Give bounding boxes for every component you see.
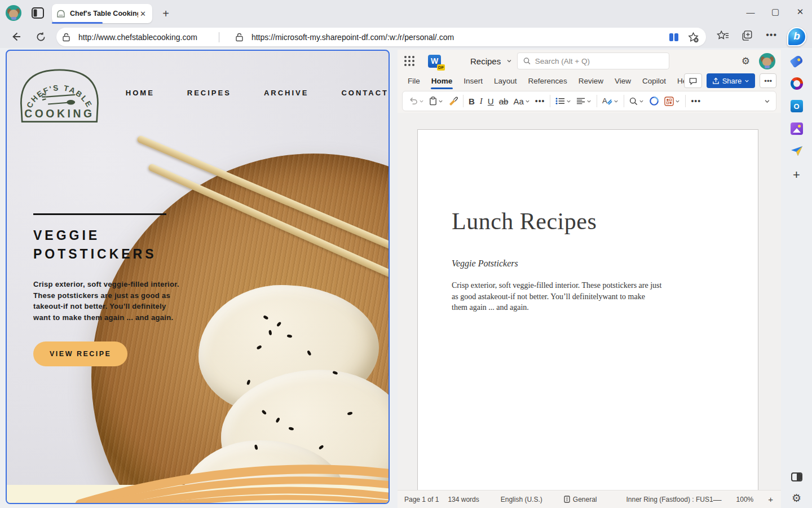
browser-content: CHEF'S TABLE COOKING HOME RECIPES ARCHIV… [0, 48, 812, 508]
website-pane[interactable]: CHEF'S TABLE COOKING HOME RECIPES ARCHIV… [6, 50, 390, 504]
hero-title: VEGGIE POTSTICKERS [33, 226, 180, 263]
browser-titlebar: Chef's Table Cooking ✕ + — ▢ ✕ [0, 0, 812, 25]
settings-more-icon[interactable]: ••• [766, 30, 777, 43]
url-secondary[interactable]: https://microsoft-my.sharepoint-df.com/:… [251, 33, 454, 42]
outlook-icon[interactable]: O [788, 98, 805, 115]
nav-recipes[interactable]: RECIPES [187, 89, 231, 97]
account-avatar[interactable] [759, 53, 775, 69]
ribbon-more-button[interactable]: ••• [760, 73, 776, 88]
favorites-bar-icon[interactable] [717, 30, 729, 43]
toolbar-divider [624, 95, 624, 107]
new-tab-button[interactable]: + [159, 7, 173, 20]
sensitivity-label[interactable]: General [564, 496, 597, 503]
logo-bottom-text: COOKING [24, 108, 94, 120]
refresh-icon[interactable] [34, 30, 47, 43]
browser-window: Chef's Table Cooking ✕ + — ▢ ✕ http://ww… [0, 0, 812, 508]
ribbon-tab-bar: File Home Insert Layout References Revie… [398, 72, 781, 89]
document-body-line: them again ... and again. [452, 302, 724, 313]
window-controls: — ▢ ✕ [742, 3, 809, 20]
zoom-level[interactable]: 100% [736, 496, 754, 503]
tab-view[interactable]: View [609, 75, 637, 87]
settings-gear-icon[interactable]: ⚙ [742, 55, 750, 67]
formatting-toolbar: B I U ab Aa ••• [402, 91, 776, 111]
toolbar-more-button[interactable]: ••• [691, 97, 701, 106]
hero-title-line2: POTSTICKERS [33, 245, 180, 264]
nav-home[interactable]: HOME [126, 89, 155, 97]
tab-layout[interactable]: Layout [488, 75, 523, 87]
paste-button[interactable] [429, 97, 443, 106]
styles-button[interactable]: A [602, 97, 619, 106]
language-status[interactable]: English (U.S.) [501, 496, 542, 503]
word-search-box[interactable] [517, 52, 669, 69]
df-badge: DF [437, 64, 445, 71]
split-screen-icon[interactable] [667, 30, 681, 45]
find-button[interactable] [629, 97, 644, 106]
undo-button[interactable] [408, 97, 424, 106]
zoom-out-button[interactable]: — [713, 494, 722, 504]
sensitivity-text: General [573, 496, 597, 503]
lock-icon [62, 33, 70, 42]
italic-button[interactable]: I [480, 97, 483, 106]
change-case-button[interactable]: Aa [513, 97, 529, 106]
sidebar-add-icon[interactable]: + [788, 167, 805, 183]
close-button[interactable]: ✕ [792, 3, 809, 20]
search-input[interactable] [535, 57, 663, 65]
nav-archive[interactable]: ARCHIVE [264, 89, 309, 97]
app-launcher-icon[interactable] [404, 56, 414, 66]
tab-file[interactable]: File [402, 75, 426, 87]
page-count: Page 1 of 1 [404, 496, 439, 503]
browser-navbar: http://www.chefstablecooking.com https:/… [0, 25, 812, 48]
copilot-button[interactable] [649, 96, 659, 106]
document-title[interactable]: Recipes [470, 56, 501, 66]
browser-profile-avatar[interactable] [6, 5, 21, 21]
shopping-icon[interactable] [788, 52, 805, 69]
bing-b-glyph: b [793, 30, 800, 42]
hero-description: Crisp exterior, soft veggie-filled inter… [33, 279, 180, 323]
browser-tab[interactable]: Chef's Table Cooking ✕ [52, 4, 152, 23]
document-heading: Lunch Recipes [452, 208, 724, 235]
tab-title: Chef's Table Cooking [70, 10, 138, 17]
underline-button[interactable]: U [488, 97, 494, 106]
word-logo-icon[interactable]: W DF [428, 55, 441, 68]
add-favorite-icon[interactable] [686, 30, 700, 45]
drop-icon[interactable] [788, 143, 805, 160]
document-page[interactable]: Lunch Recipes Veggie Potstickers Crisp e… [417, 129, 758, 490]
url-primary[interactable]: http://www.chefstablecooking.com [78, 33, 197, 42]
designer-button[interactable] [664, 97, 680, 106]
sidebar-toggle-icon[interactable] [788, 468, 805, 485]
collapse-ribbon-icon[interactable] [764, 98, 770, 104]
tab-references[interactable]: References [523, 75, 573, 87]
tab-close-icon[interactable]: ✕ [138, 10, 148, 18]
url-divider [219, 32, 219, 42]
strikethrough-button[interactable]: ab [499, 97, 509, 106]
microsoft365-icon[interactable] [788, 75, 805, 92]
maximize-button[interactable]: ▢ [767, 3, 784, 20]
tab-home[interactable]: Home [426, 75, 458, 87]
bing-copilot-icon[interactable]: b [787, 27, 806, 46]
tab-copilot[interactable]: Copilot [637, 75, 672, 87]
collections-icon[interactable] [742, 30, 753, 43]
word-count[interactable]: 134 words [448, 496, 479, 503]
minimize-button[interactable]: — [742, 3, 759, 20]
nav-contact[interactable]: CONTACT [341, 89, 389, 97]
tab-review[interactable]: Review [573, 75, 609, 87]
tab-workspaces-icon[interactable] [32, 7, 44, 19]
bullet-list-button[interactable] [555, 97, 571, 105]
chevron-down-icon[interactable] [506, 58, 512, 64]
view-recipe-button[interactable]: VIEW RECIPE [33, 341, 127, 366]
address-bar[interactable]: http://www.chefstablecooking.com https:/… [56, 28, 706, 46]
edge-sidebar: O + ⚙ [781, 48, 812, 508]
zoom-in-button[interactable]: + [768, 494, 773, 504]
back-icon[interactable] [9, 30, 23, 43]
share-button[interactable]: Share [707, 73, 756, 88]
bold-button[interactable]: B [469, 97, 475, 106]
comments-button[interactable] [684, 73, 702, 88]
align-button[interactable] [576, 97, 592, 105]
environment-label: Inner Ring (Fastfood) : FUS1 [626, 496, 713, 503]
image-creator-icon[interactable] [788, 120, 805, 137]
tab-insert[interactable]: Insert [458, 75, 488, 87]
font-more-button[interactable]: ••• [535, 97, 545, 106]
sidebar-settings-icon[interactable]: ⚙ [788, 489, 805, 506]
format-painter-icon[interactable] [448, 97, 458, 106]
toolbar-divider [597, 95, 597, 107]
